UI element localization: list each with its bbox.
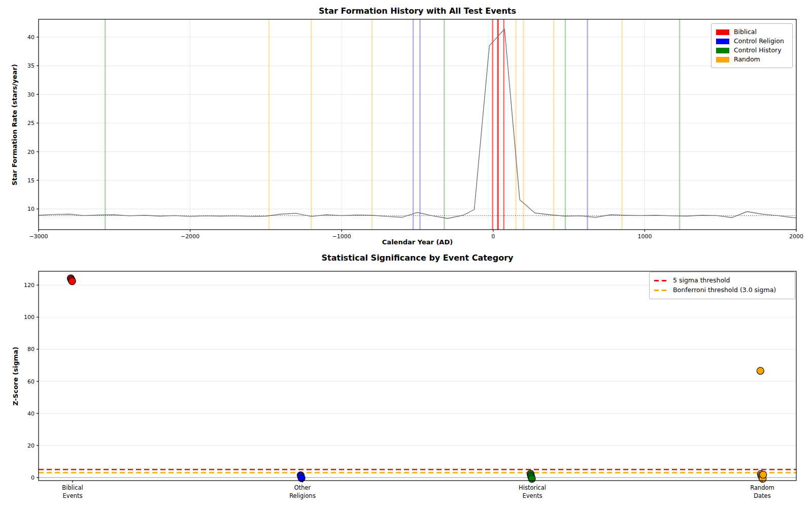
figure: Star Formation History with All Test Eve… xyxy=(0,0,812,508)
y-tick-label: 40 xyxy=(27,410,35,417)
bottom-y-axis-label: Z-Score (sigma) xyxy=(12,290,19,463)
legend-color-swatch xyxy=(716,29,729,35)
legend-item-label: Bonferroni threshold (3.0 sigma) xyxy=(673,287,776,294)
category-label: Religions xyxy=(289,492,316,499)
y-tick-label: 20 xyxy=(27,149,35,155)
y-tick-label: 40 xyxy=(27,34,35,41)
y-tick-label: 0 xyxy=(31,474,35,481)
bottom-plot-frame xyxy=(39,271,796,481)
legend-item-random: Random xyxy=(716,56,787,63)
sfh-line xyxy=(39,29,796,218)
category-label: Dates xyxy=(754,492,770,499)
scatter-point-random-dates xyxy=(760,471,767,478)
legend-item-label: Control Religion xyxy=(734,38,784,45)
scatter-point-random-dates xyxy=(757,367,764,374)
legend-item-biblical: Biblical xyxy=(716,29,787,36)
scatter-point-biblical-events xyxy=(69,278,76,285)
category-label: Other xyxy=(294,484,311,491)
bottom-chart-title: Statistical Significance by Event Catego… xyxy=(39,253,796,263)
y-tick-label: 25 xyxy=(27,120,35,126)
y-tick-label: 15 xyxy=(27,177,35,184)
top-y-axis-label: Star Formation Rate (stars/year) xyxy=(11,39,18,211)
legend-dash-swatch xyxy=(654,280,668,281)
y-tick-label: 80 xyxy=(27,346,35,353)
legend-item-label: Control History xyxy=(734,47,782,54)
category-label: Historical xyxy=(519,484,546,491)
bottom-legend: 5 sigma thresholdBonferroni threshold (3… xyxy=(649,272,795,299)
top-plot-frame xyxy=(39,19,796,230)
y-tick-label: 100 xyxy=(24,314,35,321)
legend-item-label: Random xyxy=(734,56,760,63)
y-tick-label: 30 xyxy=(27,91,35,98)
category-label: Random xyxy=(750,484,774,491)
top-x-axis-label: Calendar Year (AD) xyxy=(39,238,796,246)
top-legend: BiblicalControl ReligionControl HistoryR… xyxy=(711,23,793,68)
legend-item-label: Biblical xyxy=(734,29,757,36)
y-tick-label: 20 xyxy=(27,442,35,449)
legend-item-threshold: 5 sigma threshold xyxy=(654,277,790,284)
legend-color-swatch xyxy=(716,39,729,44)
category-label: Events xyxy=(523,492,543,499)
legend-color-swatch xyxy=(716,48,729,53)
legend-item-control-history: Control History xyxy=(716,47,787,54)
scatter-point-historical-events xyxy=(528,475,535,483)
y-tick-label: 120 xyxy=(24,282,35,289)
legend-item-threshold: Bonferroni threshold (3.0 sigma) xyxy=(654,287,790,294)
legend-dash-swatch xyxy=(654,290,668,291)
legend-item-control-religion: Control Religion xyxy=(716,38,787,45)
category-label: Events xyxy=(63,492,83,499)
legend-color-swatch xyxy=(716,57,729,62)
y-tick-label: 60 xyxy=(27,378,35,385)
y-tick-label: 35 xyxy=(27,62,35,69)
legend-item-label: 5 sigma threshold xyxy=(673,277,730,284)
category-label: Biblical xyxy=(62,484,83,491)
y-tick-label: 10 xyxy=(27,206,35,212)
